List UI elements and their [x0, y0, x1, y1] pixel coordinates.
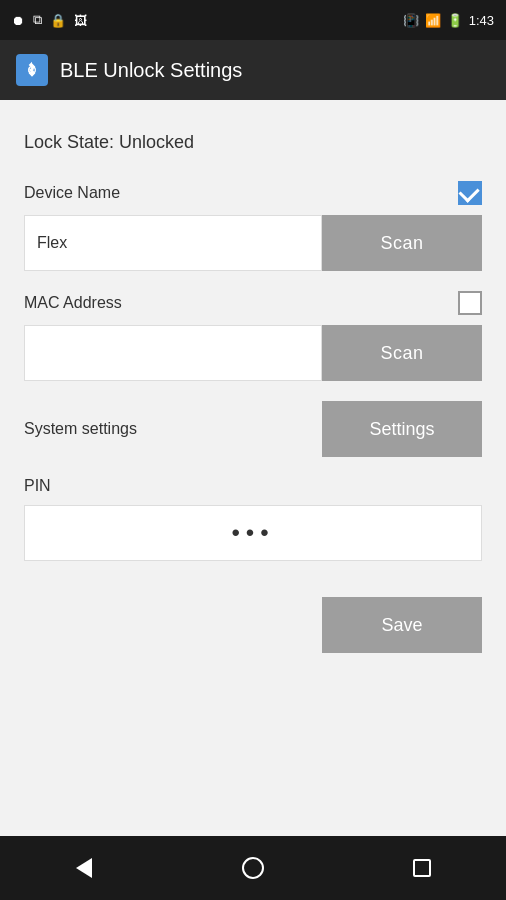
mac-address-scan-button[interactable]: Scan	[322, 325, 482, 381]
record-icon: ⏺	[12, 13, 25, 28]
lock-icon: 🔒	[50, 13, 66, 28]
save-row: Save	[24, 597, 482, 653]
recent-icon	[413, 859, 431, 877]
mac-address-section: MAC Address Scan	[24, 291, 482, 381]
status-bar: ⏺ ⧉ 🔒 🖼 📳 📶 🔋 1:43	[0, 0, 506, 40]
app-icon: ✱	[16, 54, 48, 86]
device-name-label-row: Device Name	[24, 181, 482, 205]
mac-address-checkbox[interactable]	[458, 291, 482, 315]
device-name-scan-button[interactable]: Scan	[322, 215, 482, 271]
status-icons-right: 📳 📶 🔋 1:43	[403, 13, 494, 28]
nav-home-button[interactable]	[229, 844, 277, 892]
nav-recent-button[interactable]	[398, 844, 446, 892]
home-icon	[242, 857, 264, 879]
ble-icon: ✱	[22, 60, 42, 80]
pin-input[interactable]	[24, 505, 482, 561]
device-name-input[interactable]	[24, 215, 322, 271]
vibrate-icon: 📳	[403, 13, 419, 28]
status-icons-left: ⏺ ⧉ 🔒 🖼	[12, 12, 87, 28]
app-title: BLE Unlock Settings	[60, 59, 242, 82]
signal-icon: 📶	[425, 13, 441, 28]
nav-bar	[0, 836, 506, 900]
mac-address-label: MAC Address	[24, 294, 122, 312]
mac-address-input[interactable]	[24, 325, 322, 381]
settings-button[interactable]: Settings	[322, 401, 482, 457]
device-name-input-row: Scan	[24, 215, 482, 271]
mac-address-label-row: MAC Address	[24, 291, 482, 315]
nav-back-button[interactable]	[60, 844, 108, 892]
copy-icon: ⧉	[33, 12, 42, 28]
pin-section: PIN	[24, 477, 482, 561]
svg-text:✱: ✱	[28, 65, 35, 75]
time-display: 1:43	[469, 13, 494, 28]
image-icon: 🖼	[74, 13, 87, 28]
save-button[interactable]: Save	[322, 597, 482, 653]
lock-state-label: Lock State: Unlocked	[24, 132, 482, 153]
battery-icon: 🔋	[447, 13, 463, 28]
app-bar: ✱ BLE Unlock Settings	[0, 40, 506, 100]
system-settings-label: System settings	[24, 420, 137, 438]
back-icon	[76, 858, 92, 878]
system-settings-row: System settings Settings	[24, 401, 482, 457]
mac-address-input-row: Scan	[24, 325, 482, 381]
device-name-label: Device Name	[24, 184, 120, 202]
main-content: Lock State: Unlocked Device Name Scan MA…	[0, 100, 506, 836]
device-name-section: Device Name Scan	[24, 181, 482, 271]
device-name-checkbox[interactable]	[458, 181, 482, 205]
pin-label: PIN	[24, 477, 482, 495]
